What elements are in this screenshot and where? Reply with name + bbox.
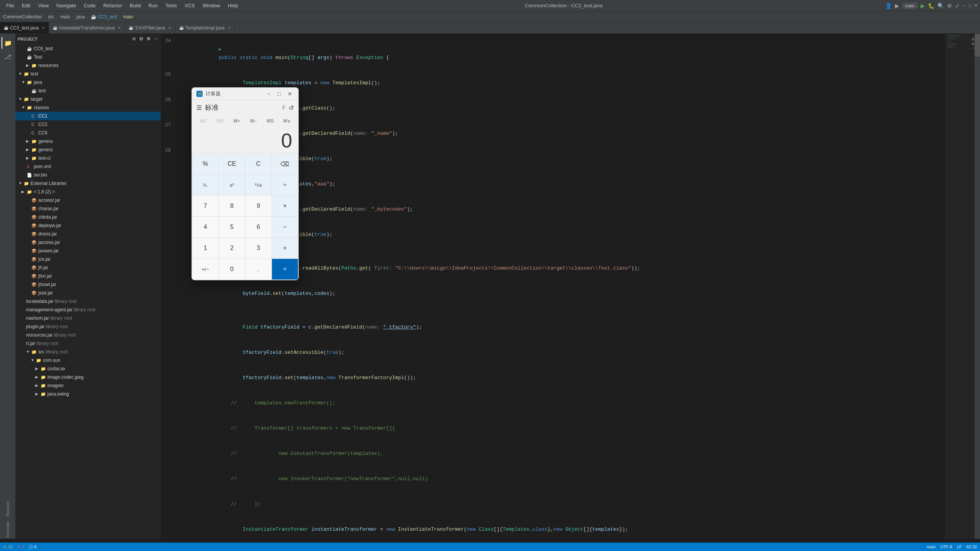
editor-area[interactable]: 24 ▶ public static void main(String[] ar… (161, 34, 980, 539)
calc-mv-button[interactable]: M∨ (278, 117, 295, 125)
status-info[interactable]: ⓘ 6 (29, 544, 36, 550)
tab-traxfilter[interactable]: ☕ TrAXFilter.java ✕ (125, 22, 175, 34)
sidebar-item-classes[interactable]: ▼ 📁 classes (15, 103, 160, 112)
calc-hamburger-icon[interactable]: ☰ (196, 104, 202, 111)
search-icon[interactable]: 🔍 (937, 3, 944, 9)
sidebar-item-dnsns[interactable]: 📦 dnsns.jar (15, 230, 160, 238)
sidebar-item-resources[interactable]: ▶ 📁 resources (15, 61, 160, 70)
status-position[interactable]: 62:32 (966, 544, 977, 549)
calc-5-button[interactable]: 5 (219, 217, 245, 237)
calc-ce-button[interactable]: CE (219, 154, 245, 174)
sidebar-item-jdk[interactable]: ▶ 📁 < 1.8 (2) > (15, 188, 160, 196)
sidebar-item-target[interactable]: ▼ 📁 target (15, 95, 160, 103)
calc-4-button[interactable]: 4 (192, 217, 218, 237)
run-button[interactable]: ▶ (921, 3, 925, 9)
calc-minimize-button[interactable]: − (265, 90, 272, 98)
sidebar-item-nashorn[interactable]: nashorn.jar library root (15, 314, 160, 322)
tab-close-templates[interactable]: ✕ (227, 26, 231, 30)
sidebar-item-test-java[interactable]: ☕ test (15, 87, 160, 95)
calc-subtract-button[interactable]: − (272, 217, 298, 237)
calc-mc-button[interactable]: MC (195, 117, 212, 125)
window-minimize[interactable]: ─ (963, 3, 966, 8)
tab-close-cc3[interactable]: ✕ (42, 26, 45, 30)
sidebar-item-test-folder[interactable]: ▼ 📁 test (15, 70, 160, 78)
calc-multiply-button[interactable]: × (272, 196, 298, 216)
calc-c-button[interactable]: C (245, 154, 272, 174)
calc-3-button[interactable]: 3 (245, 238, 272, 258)
menu-file[interactable]: File (2, 0, 18, 11)
tab-close-instantiate[interactable]: ✕ (118, 26, 121, 30)
sidebar-item-cc1[interactable]: C CC1 (15, 112, 160, 120)
calc-mr-button[interactable]: MR (212, 117, 229, 125)
favorites-label[interactable]: Favorites (4, 520, 11, 539)
sidebar-item-plugin[interactable]: plugin.jar library root (15, 322, 160, 331)
menu-help[interactable]: Help (224, 0, 242, 11)
menu-navigate[interactable]: Navigate (52, 0, 80, 11)
sidebar-item-cc6test[interactable]: ☕ CC6_test (15, 44, 160, 53)
breadcrumb-src[interactable]: src (48, 14, 54, 20)
menu-edit[interactable]: Edit (18, 0, 34, 11)
status-branch[interactable]: main (927, 544, 936, 549)
sidebar-item-extlibs[interactable]: ▼ 📁 External Libraries (15, 179, 160, 188)
breadcrumb-method[interactable]: main (123, 14, 133, 20)
sidebar-item-src[interactable]: ▼ 📁 src library root (15, 348, 160, 356)
calc-divide-button[interactable]: ÷ (272, 175, 298, 195)
calc-sqrt-button[interactable]: ²√x (245, 175, 272, 195)
calc-mminus-button[interactable]: M− (245, 117, 262, 125)
calc-1-button[interactable]: 1 (192, 238, 218, 258)
sidebar-item-imagecodec[interactable]: ▶ 📁 image.codec.jpeg (15, 373, 160, 381)
calc-add-button[interactable]: + (272, 238, 298, 258)
status-warnings[interactable]: ⚠ 12 (3, 544, 13, 549)
sidebar-collapse-icon[interactable]: ⊟ (139, 36, 144, 42)
calc-percent-button[interactable]: % (192, 154, 218, 174)
sidebar-vcs-icon[interactable]: ⎇ (2, 51, 14, 63)
sidebar-item-jsse[interactable]: 📦 jsse.jar (15, 289, 160, 297)
vertical-scrollbar[interactable] (975, 34, 980, 539)
sidebar-item-deployw[interactable]: 📦 deployw.jar (15, 221, 160, 230)
calc-close-button[interactable]: ✕ (286, 90, 294, 98)
calc-9-button[interactable]: 9 (245, 196, 272, 216)
sidebar-locate-icon[interactable]: ⊙ (131, 36, 136, 42)
sidebar-item-java[interactable]: ▼ 📁 java (15, 78, 160, 87)
tab-close-trax[interactable]: ✕ (168, 26, 171, 30)
calc-backspace-button[interactable]: ⌫ (272, 154, 298, 174)
sidebar-item-javaws[interactable]: 📦 javaws.jar (15, 247, 160, 255)
menu-run[interactable]: Run (145, 0, 162, 11)
profile-icon[interactable]: 👤 (885, 3, 892, 9)
breadcrumb-class[interactable]: ☕ CC3_test (91, 14, 117, 20)
sidebar-item-genera2[interactable]: ▶ 📁 genera (15, 146, 160, 154)
breadcrumb-project[interactable]: CommonCollection (3, 14, 42, 20)
sidebar-item-jfr[interactable]: 📦 jfr.jar (15, 263, 160, 272)
editor-minimap[interactable]: ▌▌▌▌▌▌▌▌▌▌▌▌▌▌▌▌▌▌▌▌▌▌▌▌▌▌▌▌▌▌▌▌▌▌▌ ⚠ ⚠ … (946, 34, 980, 539)
sidebar-item-rt[interactable]: rt.jar library root (15, 339, 160, 348)
calc-ms-button[interactable]: MS (262, 117, 279, 125)
menu-code[interactable]: Code (80, 0, 100, 11)
sidebar-item-genera1[interactable]: ▶ 📁 genera (15, 137, 160, 146)
window-close[interactable]: ✕ (974, 3, 978, 8)
sidebar-item-localedata[interactable]: localedata.jar library root (15, 297, 160, 306)
sidebar-item-resources-jar[interactable]: resources.jar library root (15, 331, 160, 339)
sidebar-item-test[interactable]: ☕ Test (15, 53, 160, 61)
calc-2-button[interactable]: 2 (219, 238, 245, 258)
calc-8-button[interactable]: 8 (219, 196, 245, 216)
calc-mplus-button[interactable]: M+ (228, 117, 245, 125)
menu-build[interactable]: Build (126, 0, 145, 11)
sidebar-item-javaswing[interactable]: ▶ 📁 java.swing (15, 390, 160, 398)
sidebar-item-cldrda[interactable]: 📦 cldrda.jar (15, 213, 160, 221)
sidebar-item-jaccess[interactable]: 📦 jaccess.jar (15, 238, 160, 247)
run-config-icon[interactable]: ▶ (895, 3, 899, 9)
menu-tools[interactable]: Tools (162, 0, 181, 11)
tab-cc3test[interactable]: ☕ CC3_test.java ✕ (0, 22, 49, 34)
menu-window[interactable]: Window (199, 0, 224, 11)
sidebar-item-comsun[interactable]: ▼ 📁 com.sun (15, 356, 160, 365)
menu-refactor[interactable]: Refactor (100, 0, 126, 11)
run-gutter-icon[interactable]: ▶ (219, 47, 221, 52)
tab-instantiate[interactable]: ☕ InstantiateTransformer.java ✕ (49, 22, 125, 34)
sidebar-item-charse[interactable]: 📦 charse.jar (15, 204, 160, 213)
settings-icon[interactable]: ⚙ (947, 3, 952, 9)
scrollbar-thumb[interactable] (975, 34, 980, 57)
menu-vcs[interactable]: VCS (181, 0, 199, 11)
structure-label[interactable]: Structure (4, 500, 11, 518)
status-errors[interactable]: ✕ 2 (17, 544, 24, 549)
calc-history-small-icon[interactable]: 𝔽 (282, 105, 286, 111)
